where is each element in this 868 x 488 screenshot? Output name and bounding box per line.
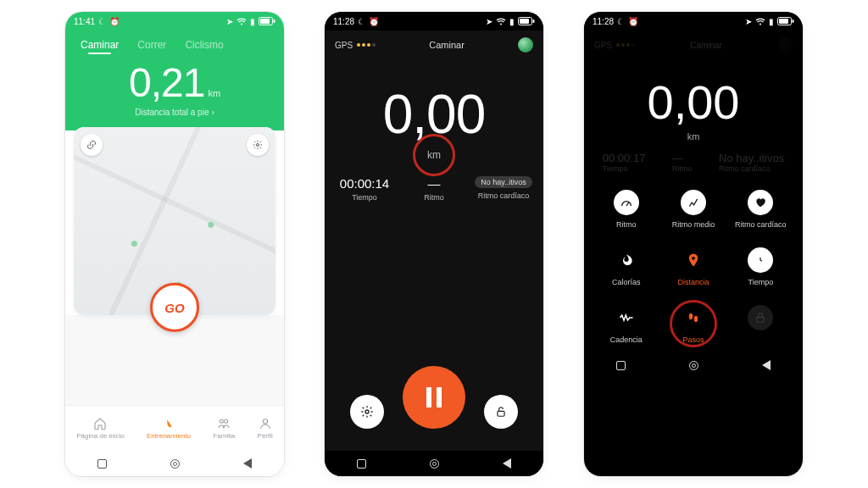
location-icon: ➤ — [226, 17, 233, 26]
flame-icon — [614, 247, 639, 273]
activity-tabs: Caminar Correr Ciclismo — [65, 30, 284, 54]
faint-hr-value: No hay..itivos — [719, 152, 784, 164]
metric-label: Ritmo — [616, 220, 637, 229]
phone-2: 11:28 ☾ ⏰ ➤ ▮ GPS Caminar 0,00 km — [325, 12, 543, 476]
activity-label: Caminar — [429, 40, 465, 50]
svg-point-3 — [257, 144, 259, 147]
metric-pasos[interactable]: Pasos — [659, 305, 726, 344]
metric-calorias[interactable]: Calorías — [593, 247, 659, 286]
gps-indicator: GPS — [335, 41, 376, 50]
distance-value: 0,21 — [129, 59, 204, 106]
stat-pace-value: — — [403, 176, 465, 191]
settings-button[interactable] — [350, 395, 384, 429]
nav-home-label: Página de inicio — [76, 432, 124, 440]
wifi-icon — [755, 18, 765, 25]
sys-back[interactable] — [243, 458, 252, 469]
workout-header-dim: GPS Caminar — [584, 30, 803, 59]
svg-rect-11 — [498, 411, 504, 416]
svg-point-17 — [689, 313, 693, 320]
pause-icon — [426, 387, 442, 408]
workout-header: GPS Caminar — [325, 30, 543, 59]
distance-subtitle-row[interactable]: Distancia total a pie› — [65, 108, 284, 117]
pause-button[interactable] — [403, 366, 465, 429]
location-icon: ➤ — [745, 17, 752, 26]
svg-point-6 — [263, 419, 267, 424]
stat-hr[interactable]: No hay..itivos Ritmo cardíaco — [473, 176, 534, 202]
stat-time-label: Tiempo — [334, 193, 395, 202]
nav-training-label: Entrenamiento — [147, 432, 191, 440]
metric-label: Pasos — [682, 336, 704, 344]
metric-ritmo[interactable]: Ritmo — [593, 190, 659, 229]
stat-pace[interactable]: — Ritmo — [403, 176, 465, 202]
gear-icon — [360, 405, 374, 419]
metric-label: Calorías — [612, 278, 641, 286]
metric-label: Tiempo — [748, 278, 773, 286]
distance-unit[interactable]: km — [420, 146, 448, 164]
alarm-icon: ⏰ — [109, 17, 120, 26]
settings-icon-button[interactable] — [247, 134, 269, 156]
nav-training[interactable]: Entrenamiento — [147, 417, 191, 440]
svg-rect-1 — [274, 19, 275, 23]
tab-run[interactable]: Correr — [137, 39, 166, 51]
moon-icon: ☾ — [98, 17, 106, 26]
nav-profile[interactable]: Perfil — [258, 417, 273, 440]
tab-cycle[interactable]: Ciclismo — [185, 39, 223, 51]
svg-point-18 — [694, 316, 698, 323]
gps-dots-icon — [357, 43, 376, 47]
sys-back[interactable] — [503, 458, 511, 469]
metric-label: Cadencia — [610, 336, 643, 344]
signal-icon: ▮ — [250, 17, 255, 26]
metric-label: Ritmo medio — [672, 220, 715, 229]
system-nav — [325, 451, 543, 476]
go-label: GO — [164, 300, 184, 314]
sys-home[interactable] — [170, 459, 180, 469]
go-button[interactable]: GO — [150, 283, 199, 332]
stat-time[interactable]: 00:00:14 Tiempo — [334, 176, 395, 202]
sys-recent[interactable] — [616, 361, 626, 370]
nav-profile-label: Perfil — [258, 432, 273, 440]
svg-point-5 — [225, 419, 228, 423]
sys-recent[interactable] — [357, 459, 366, 469]
home-icon — [93, 417, 107, 430]
link-icon-button[interactable] — [81, 134, 103, 156]
faint-time-label: Tiempo — [603, 164, 646, 173]
sys-home[interactable] — [430, 459, 439, 469]
chevron-right-icon: › — [211, 108, 214, 117]
wifi-icon — [236, 18, 247, 25]
metric-ritmo-medio[interactable]: Ritmo medio — [659, 190, 726, 229]
metric-tiempo[interactable]: Tiempo — [727, 247, 794, 286]
nav-family-label: Familia — [213, 432, 235, 440]
distance-unit: km — [208, 88, 220, 98]
bottom-nav: Página de inicio Entrenamiento Familia P… — [65, 405, 284, 451]
status-bar: 11:41 ☾ ⏰ ➤ ▮ — [65, 12, 284, 30]
svg-point-15 — [692, 257, 695, 260]
map-toggle-button[interactable] — [518, 37, 533, 53]
moon-icon: ☾ — [358, 17, 365, 26]
signal-icon: ▮ — [509, 17, 515, 26]
nav-family[interactable]: Familia — [213, 417, 235, 440]
svg-rect-9 — [520, 19, 529, 24]
sys-home[interactable] — [689, 361, 698, 370]
metric-ritmo-cardiaco[interactable]: Ritmo cardíaco — [727, 190, 794, 229]
battery-icon — [259, 17, 275, 25]
faint-time-value: 00:00:17 — [603, 152, 646, 164]
system-nav — [584, 352, 803, 378]
lock-button[interactable] — [484, 395, 518, 429]
sys-back[interactable] — [762, 360, 771, 370]
tab-walk[interactable]: Caminar — [81, 39, 119, 51]
stat-hr-value: No hay..itivos — [475, 176, 531, 188]
heart-icon — [748, 190, 773, 215]
location-icon: ➤ — [486, 17, 492, 26]
metric-distancia[interactable]: Distancia — [659, 247, 726, 286]
stat-time-value: 00:00:14 — [334, 176, 395, 191]
distance-unit: km — [584, 131, 803, 141]
nav-home[interactable]: Página de inicio — [76, 417, 124, 440]
metric-cadencia[interactable]: Cadencia — [593, 305, 659, 344]
controls-row — [325, 202, 543, 451]
alarm-icon: ⏰ — [369, 17, 379, 26]
sys-recent[interactable] — [97, 459, 107, 469]
phone-1: 11:41 ☾ ⏰ ➤ ▮ Caminar Correr Ciclismo 0,… — [65, 12, 284, 476]
faint-pace-label: Ritmo — [672, 164, 693, 173]
status-bar: 11:28 ☾ ⏰ ➤ ▮ — [325, 12, 543, 30]
svg-rect-14 — [779, 19, 788, 24]
